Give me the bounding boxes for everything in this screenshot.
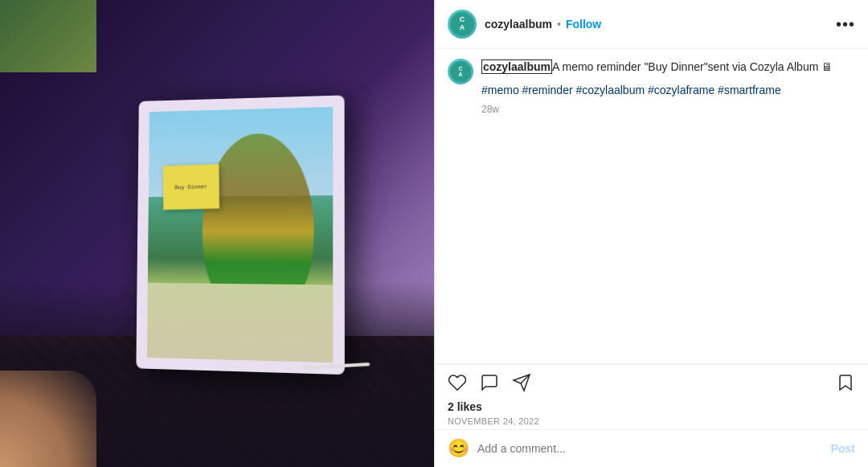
top-left-thumbnail (0, 0, 96, 72)
follow-button[interactable]: Follow (566, 18, 601, 31)
painting-ground (147, 283, 333, 363)
comment-section: 😊 Post (435, 429, 868, 467)
username-label[interactable]: cozylaalbum (485, 18, 552, 31)
likes-count[interactable]: 2 likes (448, 400, 855, 413)
post-comment-button[interactable]: Post (831, 442, 855, 455)
hashtags[interactable]: #memo #reminder #cozylaalbum #cozylafram… (481, 82, 855, 99)
caption-username[interactable]: cozylaalbum (481, 59, 552, 74)
like-button[interactable] (448, 373, 467, 392)
bookmark-button[interactable] (836, 373, 855, 392)
post-timestamp: 28w (481, 104, 855, 115)
emoji-button[interactable]: 😊 (448, 438, 469, 459)
content-avatar-logo: CA (458, 66, 462, 77)
more-options-button[interactable]: ••• (836, 15, 855, 34)
post-header: CA cozylaalbum • Follow ••• (435, 0, 868, 49)
dot-separator: • (557, 18, 561, 31)
content-avatar[interactable]: CA (448, 59, 473, 84)
caption-area: cozylaalbumA memo reminder "Buy Dinner"s… (481, 59, 855, 354)
comment-button[interactable] (480, 373, 499, 392)
sticky-note: Buy Dinner (162, 163, 219, 209)
post-content-area: CA cozylaalbumA memo reminder "Buy Dinne… (435, 49, 868, 364)
avatar[interactable]: CA (448, 10, 477, 39)
action-bar (435, 364, 868, 397)
likes-section: 2 likes NOVEMBER 24, 2022 (435, 397, 868, 429)
header-info: cozylaalbum • Follow (485, 18, 828, 31)
photo-frame-device: Buy Dinner (136, 95, 344, 375)
comment-input[interactable] (477, 442, 823, 455)
hand (0, 371, 96, 467)
right-panel: CA cozylaalbum • Follow ••• CA cozylaalb… (434, 0, 868, 467)
caption-body: A memo reminder "Buy Dinner"sent via Coz… (552, 60, 833, 73)
caption-text: cozylaalbumA memo reminder "Buy Dinner"s… (481, 59, 855, 76)
post-date: NOVEMBER 24, 2022 (448, 416, 855, 426)
share-button[interactable] (512, 373, 531, 392)
post-image-panel: Buy Dinner (0, 0, 434, 467)
avatar-logo: CA (460, 16, 465, 32)
